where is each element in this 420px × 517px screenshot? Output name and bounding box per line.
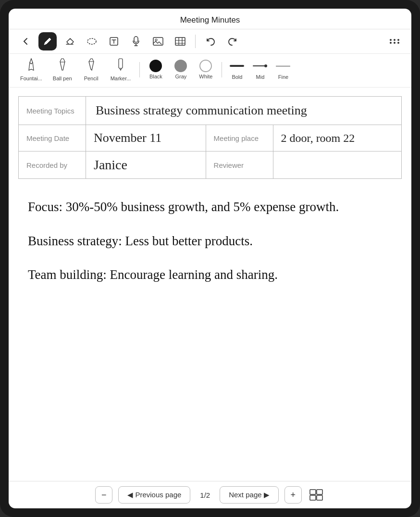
place-value[interactable]: 2 door, room 22 xyxy=(273,125,401,151)
previous-page-button[interactable]: ◀ Previous page xyxy=(118,486,190,504)
meeting-table: Meeting Topics Business strategy communi… xyxy=(18,96,402,179)
notes-area: Focus: 30%-50% business growth, and 5% e… xyxy=(18,190,402,302)
table-row-recorder: Recorded by Janice Reviewer xyxy=(19,151,402,179)
mid-dot xyxy=(264,64,267,67)
topics-value[interactable]: Business strategy communication meeting xyxy=(86,97,402,125)
fine-label: Fine xyxy=(278,74,288,80)
ball-pen-option[interactable]: Ball pen xyxy=(49,56,76,83)
white-color-option[interactable]: White xyxy=(195,60,217,79)
screen: Meeting Minutes xyxy=(9,9,411,508)
black-color-option[interactable]: Black xyxy=(145,60,167,79)
fountain-pen-icon xyxy=(26,58,37,74)
plus-button[interactable]: + xyxy=(284,486,302,504)
pencil-option[interactable]: Pencil xyxy=(79,56,104,83)
black-color-circle xyxy=(149,60,162,72)
svg-point-0 xyxy=(87,38,96,44)
svg-rect-7 xyxy=(175,38,185,45)
gray-color-circle xyxy=(174,60,187,72)
svg-rect-20 xyxy=(119,59,123,68)
svg-rect-2 xyxy=(134,37,138,42)
fountain-pen-option[interactable]: Fountai... xyxy=(16,56,46,83)
ball-pen-icon xyxy=(57,58,68,74)
lasso-button[interactable] xyxy=(83,32,101,50)
white-label: White xyxy=(199,74,212,79)
undo-button[interactable] xyxy=(201,32,220,50)
svg-rect-23 xyxy=(310,495,316,500)
svg-point-12 xyxy=(390,39,392,41)
table-row-topics: Meeting Topics Business strategy communi… xyxy=(19,97,402,125)
eraser-button[interactable] xyxy=(61,32,79,50)
app-title: Meeting Minutes xyxy=(180,15,240,25)
date-label: Meeting Date xyxy=(19,125,86,151)
marker-icon xyxy=(115,58,126,74)
grid-view-button[interactable] xyxy=(308,486,325,504)
svg-point-13 xyxy=(390,42,392,44)
page-info: 1/2 xyxy=(196,491,214,499)
svg-point-16 xyxy=(397,39,399,41)
sub-separator-1 xyxy=(139,62,140,77)
next-page-button[interactable]: Next page ▶ xyxy=(220,486,279,504)
svg-rect-22 xyxy=(317,490,322,494)
place-label: Meeting place xyxy=(206,125,273,151)
topics-label: Meeting Topics xyxy=(19,97,86,125)
svg-point-6 xyxy=(155,39,157,41)
minus-button[interactable]: − xyxy=(95,486,112,504)
pencil-label: Pencil xyxy=(84,76,99,81)
mid-stroke-option[interactable]: Mid xyxy=(250,59,270,80)
mid-label: Mid xyxy=(256,74,265,80)
marker-option[interactable]: Marker... xyxy=(107,56,135,83)
bold-stroke-line xyxy=(230,65,244,67)
content-area: Meeting Topics Business strategy communi… xyxy=(9,88,411,481)
note-line-1: Focus: 30%-50% business growth, and 5% e… xyxy=(28,195,392,219)
table-row-date: Meeting Date November 11 Meeting place 2… xyxy=(19,125,402,151)
toolbar-separator-1 xyxy=(195,35,196,48)
svg-rect-21 xyxy=(310,490,316,494)
sub-separator-2 xyxy=(222,62,222,77)
reviewer-value[interactable] xyxy=(273,151,401,179)
fine-stroke-option[interactable]: Fine xyxy=(273,59,293,80)
svg-point-17 xyxy=(397,42,399,44)
bold-stroke-option[interactable]: Bold xyxy=(227,59,247,80)
pen-button[interactable] xyxy=(38,32,57,50)
mic-button[interactable] xyxy=(127,32,145,50)
marker-label: Marker... xyxy=(111,76,131,81)
svg-point-15 xyxy=(394,42,395,44)
white-color-circle xyxy=(199,60,212,72)
sub-toolbar: Fountai... Ball pen Penc xyxy=(9,54,411,88)
pencil-icon xyxy=(86,58,97,74)
note-line-2: Business strategy: Less but better produ… xyxy=(28,229,392,253)
back-button[interactable] xyxy=(16,32,35,50)
device-frame: Meeting Minutes xyxy=(0,0,420,517)
recorder-value[interactable]: Janice xyxy=(86,151,206,179)
redo-button[interactable] xyxy=(223,32,242,50)
black-label: Black xyxy=(149,74,162,79)
title-bar: Meeting Minutes xyxy=(9,9,411,29)
main-toolbar xyxy=(9,29,411,54)
gray-color-option[interactable]: Gray xyxy=(170,60,192,79)
bold-label: Bold xyxy=(232,74,242,80)
date-value[interactable]: November 11 xyxy=(86,125,206,151)
table-button[interactable] xyxy=(171,32,189,50)
note-line-3: Team building: Encourage learning and sh… xyxy=(28,263,392,287)
text-button[interactable] xyxy=(105,32,123,50)
ballpen-label: Ball pen xyxy=(53,76,72,81)
svg-point-14 xyxy=(394,39,395,41)
bottom-bar: − ◀ Previous page 1/2 Next page ▶ + xyxy=(9,481,411,508)
fountain-label: Fountai... xyxy=(20,76,42,81)
more-button[interactable] xyxy=(385,32,404,50)
reviewer-label: Reviewer xyxy=(206,151,273,179)
fine-stroke-line xyxy=(276,66,290,66)
image-button[interactable] xyxy=(149,32,167,50)
recorder-label: Recorded by xyxy=(19,151,86,179)
svg-rect-24 xyxy=(317,495,322,500)
gray-label: Gray xyxy=(175,74,187,79)
